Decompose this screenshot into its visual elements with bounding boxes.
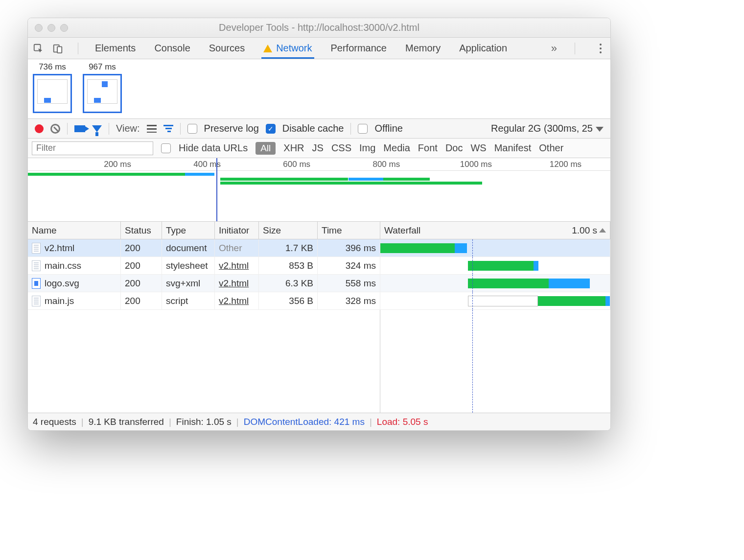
- initiator-link[interactable]: v2.html: [219, 278, 249, 289]
- record-button[interactable]: [35, 124, 44, 133]
- filter-toggle-button[interactable]: [92, 125, 102, 132]
- hide-data-urls-label: Hide data URLs: [179, 142, 248, 154]
- overview-bars: [28, 173, 610, 187]
- view-label: View:: [116, 123, 140, 134]
- status-bar: 4 requests| 9.1 KB transferred| Finish: …: [28, 413, 610, 430]
- filmstrip: 736 ms 967 ms: [28, 59, 610, 119]
- filmstrip-thumb: [83, 74, 122, 113]
- tab-network[interactable]: Network: [261, 38, 314, 59]
- status-requests: 4 requests: [33, 417, 76, 427]
- inspect-element-icon[interactable]: [33, 43, 44, 54]
- filmstrip-frame[interactable]: 967 ms: [83, 62, 122, 116]
- filter-input[interactable]: [32, 141, 153, 155]
- request-name: logo.svg: [45, 278, 79, 289]
- col-size[interactable]: Size: [259, 222, 318, 239]
- dcl-marker: [216, 158, 217, 221]
- initiator-link[interactable]: v2.html: [219, 260, 249, 271]
- table-headers: Name Status Type Initiator Size Time Wat…: [28, 222, 610, 239]
- window-title: Developer Tools - http://localhost:3000/…: [219, 22, 419, 33]
- filter-type-doc[interactable]: Doc: [445, 142, 463, 154]
- tab-memory[interactable]: Memory: [403, 38, 442, 59]
- zoom-window-button[interactable]: [60, 24, 68, 32]
- titlebar: Developer Tools - http://localhost:3000/…: [28, 18, 610, 38]
- status-finish: Finish: 1.05 s: [176, 417, 232, 427]
- preserve-log-checkbox[interactable]: [187, 124, 197, 134]
- table-row[interactable]: main.css200stylesheetv2.html853 B324 ms: [28, 257, 610, 275]
- filter-type-ws[interactable]: WS: [470, 142, 486, 154]
- waterfall-view-icon[interactable]: [163, 125, 173, 133]
- overview-tick: 1200 ms: [550, 160, 581, 169]
- file-icon: [32, 278, 41, 289]
- clear-button[interactable]: [50, 124, 60, 134]
- file-icon: [32, 260, 41, 271]
- overview-tick: 1000 ms: [460, 160, 492, 169]
- settings-menu-button[interactable]: [600, 44, 602, 53]
- devtools-window: Developer Tools - http://localhost:3000/…: [27, 18, 611, 431]
- offline-checkbox[interactable]: [358, 124, 368, 134]
- overview-tick: 200 ms: [104, 160, 131, 169]
- disable-cache-label: Disable cache: [282, 123, 344, 134]
- tab-elements[interactable]: Elements: [93, 38, 138, 59]
- chevron-down-icon: [596, 127, 604, 132]
- filter-type-xhr[interactable]: XHR: [283, 142, 304, 154]
- table-row[interactable]: main.js200scriptv2.html356 B328 ms: [28, 292, 610, 310]
- overview-tick: 600 ms: [283, 160, 310, 169]
- request-name: main.css: [45, 260, 81, 271]
- svg-rect-2: [57, 47, 62, 53]
- request-table: v2.html200documentOther1.7 KB396 msmain.…: [28, 239, 610, 413]
- close-window-button[interactable]: [35, 24, 43, 32]
- large-rows-icon[interactable]: [147, 125, 157, 133]
- col-status[interactable]: Status: [121, 222, 162, 239]
- filter-type-manifest[interactable]: Manifest: [494, 142, 532, 154]
- filter-type-css[interactable]: CSS: [331, 142, 351, 154]
- col-name[interactable]: Name: [28, 222, 121, 239]
- filmstrip-thumb: [33, 74, 72, 113]
- preserve-log-label: Preserve log: [204, 123, 259, 134]
- request-name: main.js: [45, 296, 74, 306]
- network-toolbar: View: Preserve log ✓ Disable cache Offli…: [28, 119, 610, 139]
- filter-type-js[interactable]: JS: [312, 142, 324, 154]
- filmstrip-frame[interactable]: 736 ms: [33, 62, 72, 116]
- hide-data-urls-checkbox[interactable]: [161, 143, 171, 153]
- col-waterfall[interactable]: Waterfall 1.00 s: [380, 222, 610, 239]
- col-type[interactable]: Type: [162, 222, 215, 239]
- tab-sources[interactable]: Sources: [207, 38, 247, 59]
- status-dcl: DOMContentLoaded: 421 ms: [244, 417, 365, 427]
- warning-icon: [263, 45, 272, 52]
- status-transferred: 9.1 KB transferred: [89, 417, 164, 427]
- col-initiator[interactable]: Initiator: [215, 222, 259, 239]
- overview-tick: 800 ms: [372, 160, 400, 169]
- tab-console[interactable]: Console: [152, 38, 192, 59]
- col-time[interactable]: Time: [318, 222, 380, 239]
- filter-bar: Hide data URLs AllXHRJSCSSImgMediaFontDo…: [28, 139, 610, 158]
- filter-type-other[interactable]: Other: [539, 142, 563, 154]
- filter-type-media[interactable]: Media: [383, 142, 410, 154]
- waterfall-cell: [380, 275, 610, 292]
- tab-performance[interactable]: Performance: [329, 38, 389, 59]
- waterfall-cell: [380, 257, 610, 274]
- offline-label: Offline: [374, 123, 402, 134]
- more-tabs-button[interactable]: »: [551, 42, 560, 55]
- timeline-overview[interactable]: 200 ms400 ms600 ms800 ms1000 ms1200 ms: [28, 158, 610, 222]
- waterfall-cell: [380, 292, 610, 309]
- filter-type-font[interactable]: Font: [418, 142, 438, 154]
- file-icon: [32, 296, 41, 306]
- table-row[interactable]: v2.html200documentOther1.7 KB396 ms: [28, 239, 610, 257]
- status-load: Load: 5.05 s: [377, 417, 428, 427]
- device-toggle-icon[interactable]: [52, 43, 63, 54]
- table-row[interactable]: logo.svg200svg+xmlv2.html6.3 KB558 ms: [28, 275, 610, 292]
- request-name: v2.html: [45, 243, 74, 254]
- panel-tabs: ElementsConsoleSourcesNetworkPerformance…: [28, 38, 610, 59]
- sort-asc-icon: [599, 228, 606, 233]
- traffic-lights: [35, 24, 68, 32]
- disable-cache-checkbox[interactable]: ✓: [266, 124, 276, 134]
- initiator-link[interactable]: v2.html: [219, 296, 249, 306]
- minimize-window-button[interactable]: [47, 24, 55, 32]
- tab-application[interactable]: Application: [457, 38, 509, 59]
- filmstrip-time: 967 ms: [89, 62, 116, 72]
- file-icon: [32, 243, 41, 254]
- filter-type-img[interactable]: Img: [359, 142, 375, 154]
- filter-type-all[interactable]: All: [256, 142, 276, 155]
- capture-screenshots-button[interactable]: [74, 125, 85, 132]
- throttling-select[interactable]: Regular 2G (300ms, 25: [491, 123, 604, 134]
